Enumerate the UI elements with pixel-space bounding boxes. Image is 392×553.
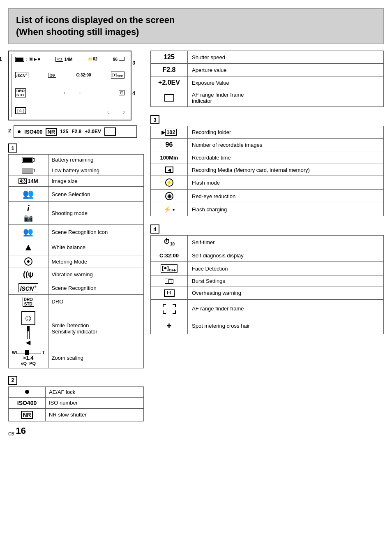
desc-cell: Scene Selection (48, 187, 143, 202)
val-cell: +2.0EV (151, 76, 188, 89)
table-row: ISO400 ISO number (9, 397, 144, 408)
table-row: [●]OFF Face Detection (151, 262, 384, 275)
table-row: AE/AF lock (9, 386, 144, 397)
icon-cell-af-frame (151, 299, 188, 318)
page-title-box: List of icons displayed on the screen (W… (8, 8, 384, 44)
icon-cell: iSCN+ (9, 281, 48, 295)
icon-cell-zoom: W T ×1.4 sQ PQ (9, 348, 48, 368)
desc-cell: Self-diagnosis display (188, 249, 384, 262)
desc-cell: Number of recordable images (188, 139, 384, 151)
table-row: ⚡● Flash charging (151, 203, 384, 216)
table-row: 👥 Scene Recognition icon (9, 225, 144, 239)
table-row: Burst Settings (151, 275, 384, 287)
desc-cell: ISO number (46, 397, 144, 408)
right-column: 125 Shutter speed F2.8 Aperture value +2… (150, 51, 384, 436)
table-row: iSCN+ Scene Recognition (9, 281, 144, 295)
section-2-area: 2 AE/AF lock (8, 373, 144, 421)
table-row: AF range finder frame (151, 299, 384, 318)
desc-cell: Burst Settings (188, 275, 384, 287)
desc-cell: Scene Recognition (48, 281, 143, 295)
table-row: + Spot metering cross hair (151, 318, 384, 334)
icon-cell: 4:314M (9, 176, 48, 187)
icon-cell: ▲ (9, 239, 48, 255)
table-row: ☺ ◀ Smile DetectionSensitivity indicator (9, 309, 144, 348)
icon-cell (151, 275, 188, 287)
table-row: 96 Number of recordable images (151, 139, 384, 151)
desc-cell-smile: Smile DetectionSensitivity indicator (48, 309, 143, 348)
desc-cell: Red-eye reduction (188, 190, 384, 203)
icon-cell (9, 255, 48, 268)
table-row: DROSTD DRO (9, 294, 144, 309)
desc-cell: AE/AF lock (46, 386, 144, 397)
icon-cell: NR (9, 408, 46, 421)
label-3: 3 (132, 60, 135, 66)
desc-cell: Recordable time (188, 151, 384, 164)
desc-cell: Flash mode (188, 176, 384, 190)
desc-cell: AF range finder frameindicator (188, 89, 384, 107)
icon-cell: 👥 (9, 187, 48, 202)
table-row: 100Min Recordable time (151, 151, 384, 164)
desc-cell: Aperture value (188, 64, 384, 76)
desc-cell-af-frame: AF range finder frame (188, 299, 384, 318)
table-row: ◀ Recording Media (Memory card, internal… (151, 164, 384, 176)
desc-cell: Scene Recognition icon (48, 225, 143, 239)
val-cell: F2.8 (151, 64, 188, 76)
label-4: 4 (132, 90, 135, 96)
icon-cell (9, 165, 48, 176)
desc-cell: Low battery warning (48, 165, 143, 176)
table-row: ((ψ Vibration warning (9, 268, 144, 281)
icon-cell-overheat: I⁻I (151, 287, 188, 299)
section1-table: Battery remaining Low battery warning (8, 154, 144, 368)
label-2: 2 (8, 128, 11, 134)
desc-cell: Shooting mode (48, 202, 143, 225)
table-row: ▶102 Recording folder (151, 126, 384, 139)
desc-cell: Recording folder (188, 126, 384, 139)
desc-cell: Battery remaining (48, 155, 143, 165)
icon-cell: ⚡● (151, 203, 188, 216)
table-row: +2.0EV Exposure Value (151, 76, 384, 89)
val-cell: 125 (151, 51, 188, 64)
table-row: C:32:00 Self-diagnosis display (151, 249, 384, 262)
table-row: i📷 Shooting mode (9, 202, 144, 225)
icon-cell (9, 386, 46, 397)
val-cell: C:32:00 (151, 249, 188, 262)
icon-cell (9, 155, 48, 165)
desc-cell: Image size (48, 176, 143, 187)
right-top-table: 125 Shutter speed F2.8 Aperture value +2… (150, 51, 384, 107)
icon-cell: ⚡ (151, 176, 188, 190)
desc-cell: Shutter speed (188, 51, 384, 64)
section-1-label: 1 (8, 143, 17, 153)
table-row: 👥 Scene Selection (9, 187, 144, 202)
desc-cell: Recording Media (Memory card, internal m… (188, 164, 384, 176)
table-row: 4:314M Image size (9, 176, 144, 187)
desc-cell-zoom: Zoom scaling (48, 348, 143, 368)
desc-cell: Vibration warning (48, 268, 143, 281)
val-cell: 96 (151, 139, 188, 151)
desc-cell: Exposure Value (188, 76, 384, 89)
icon-cell: ISO400 (9, 397, 46, 408)
icon-cell: [●]OFF (151, 262, 188, 275)
table-row: ▲ White balance (9, 239, 144, 255)
icon-cell: ◉ (151, 190, 188, 203)
label-1: 1 (0, 56, 2, 62)
gb-label: GB (8, 432, 14, 436)
section3-table: ▶102 Recording folder 96 Number of recor… (150, 126, 384, 216)
table-row: ⚡ Flash mode (151, 176, 384, 190)
page-wrapper: List of icons displayed on the screen (W… (8, 8, 384, 436)
table-row: NR NR slow shutter (9, 408, 144, 421)
left-column: 1 🔳▶■ 4:314M (8, 51, 144, 436)
desc-cell-overheat: Overheating warning (188, 287, 384, 299)
val-cell: 100Min (151, 151, 188, 164)
icon-cell: ◀ (151, 164, 188, 176)
desc-cell: NR slow shutter (46, 408, 144, 421)
section-4-label: 4 (150, 224, 159, 234)
desc-cell: DRO (48, 294, 143, 309)
status-bar: ● ISO400 NR 125 F2.8 +2.0EV (14, 125, 137, 138)
icon-cell-spot: + (151, 318, 188, 334)
icon-cell: ⏱10 (151, 236, 188, 249)
val-cell (151, 89, 188, 107)
icon-cell: ((ψ (9, 268, 48, 281)
table-row: ⏱10 Self-timer (151, 236, 384, 249)
table-row: 125 Shutter speed (151, 51, 384, 64)
table-row: AF range finder frameindicator (151, 89, 384, 107)
